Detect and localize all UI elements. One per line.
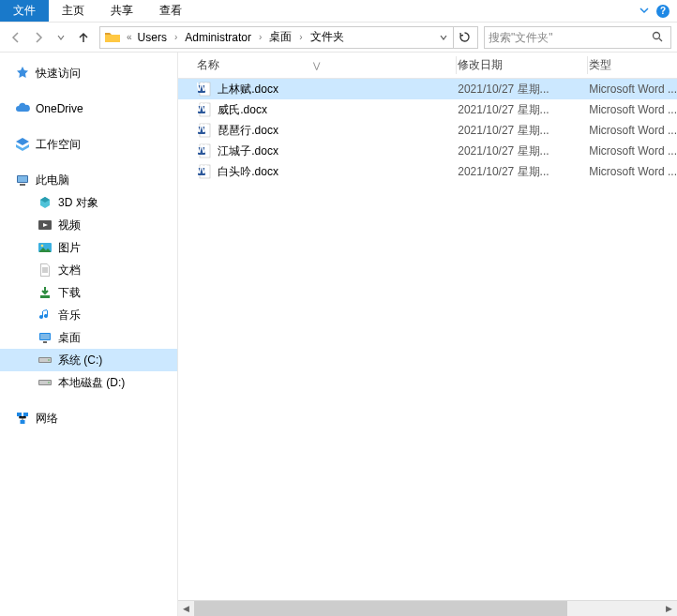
music-icon [38,308,53,323]
file-row[interactable]: W江城子.docx2021/10/27 星期...Microsoft Word … [178,141,677,161]
tree-drive-d[interactable]: 本地磁盘 (D:) [0,371,177,394]
tree-drive-c[interactable]: 系统 (C:) [0,349,177,371]
horizontal-scrollbar[interactable]: ◀ ▶ [178,600,677,616]
column-divider[interactable] [587,56,588,74]
search-input[interactable] [489,31,648,44]
workspace-icon [15,137,30,152]
tree-onedrive[interactable]: OneDrive [0,98,177,120]
up-button[interactable] [73,27,94,48]
menu-home[interactable]: 主页 [49,0,98,22]
file-list[interactable]: W上林赋.docx2021/10/27 星期...Microsoft Word … [178,79,677,616]
breadcrumb-root-icon[interactable]: « [123,32,136,42]
svg-text:W: W [197,82,207,94]
menu-view[interactable]: 查看 [146,0,195,22]
video-icon [38,218,53,233]
tree-label: 文档 [58,263,81,278]
tree-music[interactable]: 音乐 [0,304,177,326]
menu-bar: 文件 主页 共享 查看 ? [0,0,677,23]
tree-label: 此电脑 [36,173,69,188]
column-name-header[interactable]: 名称 ⋁ [197,57,458,73]
tree-3d-objects[interactable]: 3D 对象 [0,191,177,214]
help-icon[interactable]: ? [656,5,669,18]
file-date: 2021/10/27 星期... [458,143,589,159]
tree-workspace[interactable]: 工作空间 [0,133,177,156]
file-date: 2021/10/27 星期... [458,164,589,180]
scroll-right-button[interactable]: ▶ [661,601,677,617]
tree-this-pc[interactable]: 此电脑 [0,169,177,191]
address-dropdown-icon[interactable] [436,31,451,44]
tree-quick-access[interactable]: 快速访问 [0,62,177,84]
file-type: Microsoft Word ... [589,165,677,178]
breadcrumb-segment[interactable]: 桌面 [267,29,293,45]
svg-point-13 [48,359,50,361]
search-icon[interactable] [648,31,667,43]
tree-label: 快速访问 [36,66,81,82]
breadcrumb-segment[interactable]: Users [136,31,169,44]
svg-rect-7 [40,295,50,298]
breadcrumb-separator-icon[interactable]: › [253,32,267,42]
tree-desktop[interactable]: 桌面 [0,326,177,349]
cloud-icon [15,101,30,116]
drive-icon [38,353,53,368]
file-name: 白头吟.docx [218,164,458,180]
pc-icon [15,173,30,188]
file-name: 琵琶行.docx [218,123,458,139]
file-name: 江城子.docx [218,143,458,159]
breadcrumb-separator-icon[interactable]: › [293,32,308,42]
drive-icon [38,375,53,390]
tree-label: 桌面 [58,330,81,346]
file-row[interactable]: W琵琶行.docx2021/10/27 星期...Microsoft Word … [178,120,677,141]
file-row[interactable]: W威氏.docx2021/10/27 星期...Microsoft Word .… [178,99,677,120]
svg-point-6 [41,245,44,248]
tree-downloads[interactable]: 下载 [0,281,177,304]
svg-text:W: W [197,143,207,156]
tree-documents[interactable]: 文档 [0,259,177,281]
word-document-icon: W [197,82,212,97]
column-name-label: 名称 [197,57,219,73]
scroll-left-button[interactable]: ◀ [178,601,194,617]
file-date: 2021/10/27 星期... [458,82,589,98]
sort-indicator-icon: ⋁ [313,61,320,70]
file-row[interactable]: W白头吟.docx2021/10/27 星期...Microsoft Word … [178,161,677,182]
tree-pictures[interactable]: 图片 [0,236,177,259]
file-type: Microsoft Word ... [589,144,677,158]
refresh-button[interactable] [453,27,475,48]
file-type: Microsoft Word ... [589,103,677,116]
column-headers: 名称 ⋁ 修改日期 类型 [178,53,677,79]
svg-rect-18 [23,413,28,416]
svg-text:W: W [197,164,207,176]
content-pane: 名称 ⋁ 修改日期 类型 W上林赋.docx2021/10/27 星期...Mi… [178,53,677,616]
file-row[interactable]: W上林赋.docx2021/10/27 星期...Microsoft Word … [178,79,677,99]
menu-share[interactable]: 共享 [98,0,146,22]
tree-label: 本地磁盘 (D:) [58,375,125,391]
back-button[interactable] [6,27,26,48]
scroll-thumb[interactable] [194,601,567,616]
menu-file[interactable]: 文件 [0,0,49,22]
tree-label: OneDrive [36,102,83,115]
svg-text:W: W [197,102,207,114]
tree-label: 视频 [58,218,81,233]
navigation-pane[interactable]: 快速访问 OneDrive 工作空间 此电脑 3D 对象 视频 图片 [0,53,178,616]
svg-rect-19 [21,420,25,424]
breadcrumb-separator-icon[interactable]: › [169,32,183,42]
breadcrumb-segment[interactable]: Administrator [183,31,253,44]
svg-rect-10 [43,341,47,343]
tree-label: 网络 [36,411,58,427]
tree-label: 音乐 [58,308,81,323]
search-box[interactable] [484,26,671,49]
tree-network[interactable]: 网络 [0,407,177,429]
column-type-header[interactable]: 类型 [589,57,677,73]
scroll-track[interactable] [194,601,661,616]
forward-button[interactable] [28,27,49,48]
breadcrumb-segment[interactable]: 文件夹 [308,29,346,45]
column-date-header[interactable]: 修改日期 [458,57,589,73]
tree-videos[interactable]: 视频 [0,214,177,236]
downloads-icon [38,285,53,300]
ribbon-expand-icon[interactable] [639,5,649,18]
recent-locations-button[interactable] [51,27,71,48]
tree-label: 系统 (C:) [58,353,102,368]
folder-icon [104,29,121,46]
column-divider[interactable] [456,56,457,74]
tree-label: 图片 [58,240,81,256]
address-bar[interactable]: « Users › Administrator › 桌面 › 文件夹 [99,26,478,49]
